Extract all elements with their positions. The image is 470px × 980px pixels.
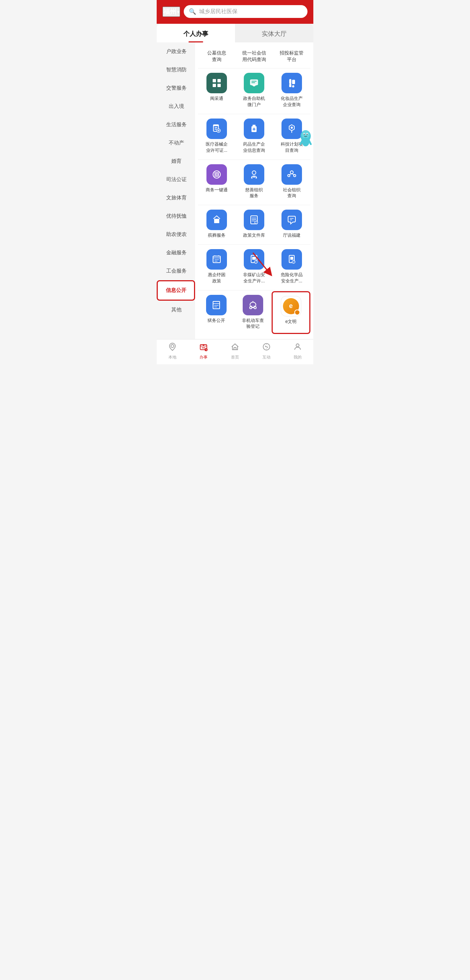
grid-row-2: 医疗器械企业许可证... 药品生产企业信息查询 <box>198 115 311 158</box>
yuwu-icon <box>206 295 226 315</box>
sidebar-item-1[interactable]: 智慧消防 <box>157 61 195 79</box>
svg-point-84 <box>203 344 204 346</box>
svg-rect-9 <box>252 85 256 86</box>
nav-item-home[interactable]: 首页 <box>219 342 251 360</box>
huazhuang-icon <box>282 73 302 93</box>
grid-item-vehicle[interactable]: 非机动车查验登记 <box>235 291 271 334</box>
tab-personal[interactable]: 个人办事 <box>157 24 235 43</box>
svg-rect-15 <box>215 127 217 128</box>
search-text: 城乡居民社医保 <box>199 8 237 15</box>
grid-row-0: 公墓信息查询 统一社会信用代码查询 招投标监管平台 <box>198 46 311 67</box>
nav-item-mine[interactable]: 我的 <box>282 342 313 360</box>
nav-label-office: 办事 <box>199 355 207 360</box>
svg-point-38 <box>253 176 255 178</box>
svg-rect-12 <box>289 84 292 87</box>
grid-item-shehui[interactable]: 统一社会信用代码查询 <box>235 46 273 67</box>
search-bar[interactable]: 🔍 城乡居民社医保 <box>184 5 307 18</box>
vehicle-icon <box>243 295 263 315</box>
grid-item-huiqi[interactable]: 惠企纾困政策 <box>198 245 235 289</box>
grid-item-ewenming[interactable]: e e文明 <box>272 291 311 334</box>
svg-rect-0 <box>213 79 216 82</box>
chemical-icon <box>282 249 302 270</box>
svg-point-13 <box>292 85 294 88</box>
sidebar-item-7[interactable]: 司法公证 <box>157 170 195 189</box>
sidebar-item-3[interactable]: 出入境 <box>157 97 195 116</box>
grid-item-yapin[interactable]: 药品生产企业信息查询 <box>235 115 273 158</box>
location-nav-icon <box>168 342 177 353</box>
svg-point-65 <box>256 262 256 262</box>
grid-item-zhengce[interactable]: 政策文件库 <box>235 206 273 243</box>
svg-rect-16 <box>215 129 217 129</box>
header: 福州 ▾ 🔍 城乡居民社医保 <box>157 0 313 24</box>
sidebar: 户政业务 智慧消防 交警服务 出入境 生活服务 不动产 婚育 司法公证 文旅体育… <box>157 43 195 339</box>
yapin-icon <box>244 119 264 139</box>
sidebar-item-5[interactable]: 不动产 <box>157 134 195 152</box>
sidebar-item-4[interactable]: 生活服务 <box>157 116 195 134</box>
grid-item-zhengwu[interactable]: 政务自助机微门户 <box>235 69 273 112</box>
grid-item-cishan[interactable]: 慈善组织服务 <box>235 161 273 204</box>
svg-rect-10 <box>289 79 292 84</box>
svg-rect-85 <box>202 347 206 348</box>
sidebar-item-12[interactable]: 工会服务 <box>157 262 195 280</box>
svg-rect-62 <box>252 257 256 260</box>
grid-row-1: 闽采通 政务自助机微门户 <box>198 69 311 112</box>
sidebar-item-13[interactable]: 信息公开 <box>157 280 195 301</box>
shehui-icon <box>282 164 302 185</box>
svg-point-26 <box>302 130 310 138</box>
svg-line-80 <box>251 306 252 307</box>
grid-item-binzang[interactable]: 殡葬服务 <box>198 206 235 243</box>
grid-row-5: 惠企纾困政策 非煤矿山安全生产许... <box>198 245 311 289</box>
grid-item-tingshuo[interactable]: 厅说福建 <box>273 206 311 243</box>
interact-nav-icon <box>262 342 271 353</box>
svg-point-91 <box>296 344 299 347</box>
svg-rect-67 <box>290 257 293 260</box>
location-button[interactable]: 福州 ▾ <box>163 6 180 17</box>
cishan-icon <box>244 164 264 185</box>
user-nav-icon <box>293 342 302 353</box>
grid-item-keji[interactable]: 科技计划项目查询 <box>273 115 311 158</box>
nav-label-home: 首页 <box>231 355 239 360</box>
nav-label-interact: 互动 <box>263 355 271 360</box>
nav-item-local[interactable]: 本地 <box>157 342 188 360</box>
sidebar-item-10[interactable]: 助农便农 <box>157 225 195 243</box>
content-area: 户政业务 智慧消防 交警服务 出入境 生活服务 不动产 婚育 司法公证 文旅体育… <box>157 43 313 339</box>
grid-item-huazhuang[interactable]: 化妆品生产企业查询 <box>273 69 311 112</box>
svg-rect-2 <box>213 84 216 87</box>
sidebar-item-2[interactable]: 交警服务 <box>157 79 195 97</box>
svg-rect-11 <box>292 80 295 84</box>
grid-item-mining[interactable]: 非煤矿山安全生产许... <box>235 245 273 289</box>
sidebar-item-6[interactable]: 婚育 <box>157 152 195 170</box>
chevron-down-icon: ▾ <box>177 10 179 14</box>
grid-item-zhaotou[interactable]: 招投标监管平台 <box>273 46 311 67</box>
grid-item-yiliao[interactable]: 医疗器械企业许可证... <box>198 115 235 158</box>
sidebar-item-9[interactable]: 优待抚恤 <box>157 207 195 225</box>
sidebar-item-0[interactable]: 户政业务 <box>157 43 195 61</box>
grid-item-chemical[interactable]: 危险化学品安全生产... <box>273 245 311 289</box>
grid-item-mincai[interactable]: 闽采通 <box>198 69 235 112</box>
grid-item-gongmu[interactable]: 公墓信息查询 <box>198 46 235 67</box>
grid-row-6: 狱务公开 非机动车查验登记 <box>198 291 311 334</box>
grid-item-yuwu[interactable]: 狱务公开 <box>198 291 235 334</box>
svg-rect-6 <box>252 81 257 81</box>
nav-item-office[interactable]: 办事 <box>188 342 220 360</box>
svg-line-81 <box>254 306 255 307</box>
grid-item-shangwu[interactable]: 商务一键通 <box>198 161 235 204</box>
zhengwu-icon <box>244 73 264 93</box>
svg-rect-20 <box>253 125 255 126</box>
zhengce-icon <box>244 210 264 230</box>
search-icon: 🔍 <box>189 8 196 15</box>
svg-point-40 <box>290 171 293 174</box>
svg-point-29 <box>304 134 304 134</box>
svg-rect-87 <box>234 347 236 350</box>
nav-label-mine: 我的 <box>293 355 302 360</box>
grid-item-shehui[interactable]: 社会组织查询 <box>273 161 311 204</box>
sidebar-item-11[interactable]: 金融服务 <box>157 243 195 262</box>
svg-rect-8 <box>253 86 255 86</box>
svg-point-37 <box>251 177 253 178</box>
mincai-icon <box>206 73 227 93</box>
sidebar-item-14[interactable]: 其他 <box>157 301 195 319</box>
sidebar-item-8[interactable]: 文旅体育 <box>157 189 195 207</box>
svg-rect-3 <box>217 84 221 87</box>
tab-physical-hall[interactable]: 实体大厅 <box>235 24 313 43</box>
nav-item-interact[interactable]: 互动 <box>251 342 282 360</box>
